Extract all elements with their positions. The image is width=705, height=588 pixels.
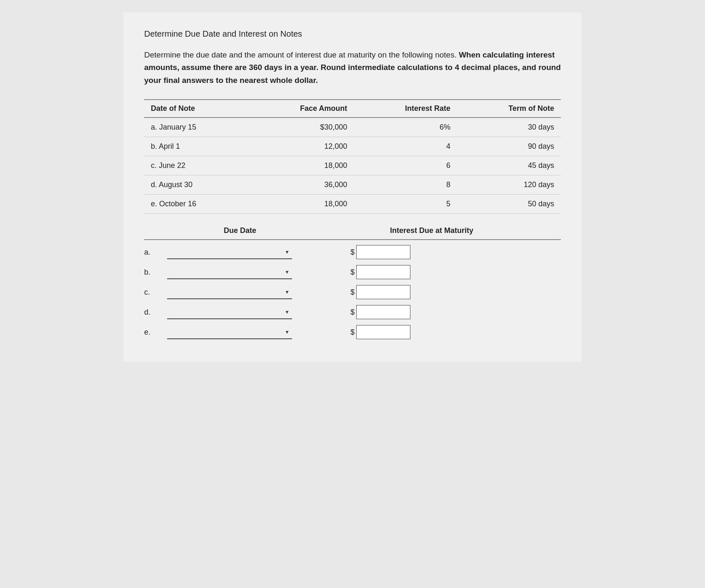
- interest-input[interactable]: [356, 325, 410, 339]
- bottom-section: Due Date Interest Due at Maturity a.▼$b.…: [144, 226, 561, 339]
- page-title: Determine Due Date and Interest on Notes: [144, 29, 561, 39]
- answer-row: e.▼$: [144, 325, 561, 339]
- term-cell: 120 days: [457, 175, 561, 195]
- bottom-header: Due Date Interest Due at Maturity: [144, 226, 561, 240]
- interest-input[interactable]: [356, 285, 410, 299]
- dollar-sign: $: [350, 288, 355, 297]
- instructions: Determine the due date and the amount of…: [144, 49, 561, 87]
- rate-cell: 6%: [354, 118, 457, 137]
- instructions-plain: Determine the due date and the amount of…: [144, 50, 457, 59]
- interest-wrapper: $: [350, 305, 410, 319]
- interest-input[interactable]: [356, 265, 410, 279]
- answer-row: a.▼$: [144, 245, 561, 259]
- date-cell: d. August 30: [144, 175, 248, 195]
- table-row: b. April 112,000490 days: [144, 137, 561, 156]
- notes-table: Date of Note Face Amount Interest Rate T…: [144, 99, 561, 214]
- date-cell: b. April 1: [144, 137, 248, 156]
- term-cell: 30 days: [457, 118, 561, 137]
- answer-row: b.▼$: [144, 265, 561, 279]
- row-label: d.: [144, 308, 167, 317]
- term-cell: 90 days: [457, 137, 561, 156]
- col-header-term: Term of Note: [457, 100, 561, 118]
- due-date-dropdown-wrapper: ▼: [167, 245, 292, 259]
- date-cell: a. January 15: [144, 118, 248, 137]
- dollar-sign: $: [350, 308, 355, 317]
- date-cell: c. June 22: [144, 156, 248, 175]
- answer-row: d.▼$: [144, 305, 561, 319]
- rate-cell: 4: [354, 137, 457, 156]
- col-header-face: Face Amount: [248, 100, 354, 118]
- due-date-dropdown-wrapper: ▼: [167, 305, 292, 319]
- face-cell: 12,000: [248, 137, 354, 156]
- dollar-sign: $: [350, 328, 355, 337]
- due-date-select[interactable]: [167, 265, 292, 279]
- row-label: c.: [144, 288, 167, 297]
- interest-wrapper: $: [350, 325, 410, 339]
- interest-wrapper: $: [350, 245, 410, 259]
- interest-input[interactable]: [356, 305, 410, 319]
- row-label: a.: [144, 248, 167, 257]
- table-row: d. August 3036,0008120 days: [144, 175, 561, 195]
- page-container: Determine Due Date and Interest on Notes…: [123, 13, 582, 362]
- due-date-dropdown-wrapper: ▼: [167, 325, 292, 339]
- dollar-sign: $: [350, 248, 355, 257]
- col-header-rate: Interest Rate: [354, 100, 457, 118]
- interest-wrapper: $: [350, 265, 410, 279]
- face-cell: 18,000: [248, 195, 354, 214]
- interest-wrapper: $: [350, 285, 410, 299]
- col-header-date: Date of Note: [144, 100, 248, 118]
- answer-row: c.▼$: [144, 285, 561, 299]
- due-date-select[interactable]: [167, 305, 292, 319]
- rate-cell: 5: [354, 195, 457, 214]
- col-due-label: Due Date: [144, 226, 302, 235]
- due-date-select[interactable]: [167, 285, 292, 299]
- due-date-dropdown-wrapper: ▼: [167, 265, 292, 279]
- table-row: a. January 15$30,0006%30 days: [144, 118, 561, 137]
- table-row: c. June 2218,000645 days: [144, 156, 561, 175]
- due-date-select[interactable]: [167, 325, 292, 339]
- face-cell: $30,000: [248, 118, 354, 137]
- face-cell: 36,000: [248, 175, 354, 195]
- interest-input[interactable]: [356, 245, 410, 259]
- answer-rows: a.▼$b.▼$c.▼$d.▼$e.▼$: [144, 245, 561, 339]
- term-cell: 50 days: [457, 195, 561, 214]
- table-row: e. October 1618,000550 days: [144, 195, 561, 214]
- row-label: b.: [144, 268, 167, 277]
- date-cell: e. October 16: [144, 195, 248, 214]
- rate-cell: 6: [354, 156, 457, 175]
- row-label: e.: [144, 328, 167, 337]
- rate-cell: 8: [354, 175, 457, 195]
- dollar-sign: $: [350, 268, 355, 277]
- col-interest-label: Interest Due at Maturity: [302, 226, 561, 235]
- term-cell: 45 days: [457, 156, 561, 175]
- due-date-dropdown-wrapper: ▼: [167, 285, 292, 299]
- face-cell: 18,000: [248, 156, 354, 175]
- due-date-select[interactable]: [167, 245, 292, 259]
